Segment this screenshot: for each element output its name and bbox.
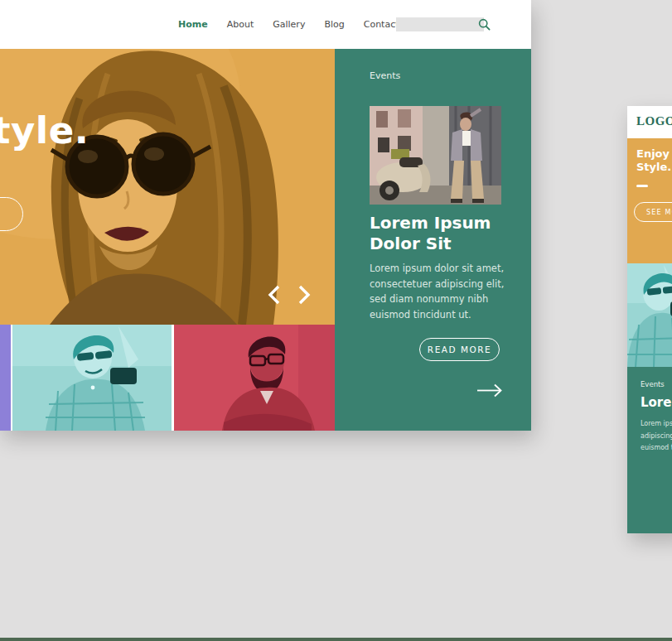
nav-item-gallery[interactable]: Gallery [273, 19, 305, 30]
mobile-events-body: Lorem ipsum dolor sit amet, adipiscing e… [641, 418, 672, 455]
hero-headline: Style. [0, 108, 89, 152]
mobile-hero-headline: Enjoy Style. [636, 147, 671, 174]
nav-item-blog[interactable]: Blog [324, 19, 344, 30]
chevron-right-icon [300, 287, 308, 303]
events-photo [370, 106, 501, 205]
tile-cyan-photo [12, 325, 172, 431]
main-nav: Home About Gallery Blog Contact [178, 0, 399, 49]
events-eyebrow: Events [370, 70, 400, 81]
street-photo-illustration [370, 106, 501, 205]
mobile-header: LOGO [627, 106, 672, 138]
cyan-woman-illustration [12, 325, 172, 431]
nav-item-about[interactable]: About [227, 19, 254, 30]
design-canvas: Home About Gallery Blog Contact [0, 0, 672, 641]
red-man-illustration [174, 325, 335, 431]
headline-underline [636, 185, 648, 187]
mobile-photo [627, 263, 672, 367]
mobile-events-eyebrow: Events [641, 380, 665, 388]
mobile-events-title: Lorem Ipsum Dolor Sit [641, 395, 672, 410]
events-title: Lorem Ipsum Dolor Sit [370, 213, 491, 254]
carousel-arrows[interactable] [265, 284, 313, 306]
mobile-mockup: LOGO Enjoy Style. SEE MORE [627, 106, 672, 533]
chevron-left-icon [270, 287, 278, 303]
bottom-partial-mockup [0, 638, 672, 641]
mobile-events-section: Events Lorem Ipsum Dolor Sit Lorem ipsum… [627, 367, 672, 533]
magnifier-icon[interactable] [478, 18, 491, 31]
nav-item-home[interactable]: Home [178, 19, 208, 30]
desktop-header: Home About Gallery Blog Contact [0, 0, 531, 49]
desktop-mockup: Home About Gallery Blog Contact [0, 0, 531, 431]
events-sidebar: Events [335, 49, 531, 431]
events-body: Lorem ipsum dolor sit amet, consectetuer… [370, 261, 504, 322]
search-input[interactable] [396, 17, 484, 31]
hero-section: Style. [0, 49, 335, 325]
logo[interactable]: LOGO [636, 114, 672, 128]
mobile-hero: Enjoy Style. SEE MORE [627, 138, 672, 263]
read-more-button[interactable]: READ MORE [419, 338, 500, 361]
arrow-right-icon[interactable] [476, 383, 503, 398]
tile-red-photo [174, 325, 335, 431]
mobile-see-more-button[interactable]: SEE MORE [634, 202, 672, 222]
nav-item-contact[interactable]: Contact [364, 19, 399, 30]
mobile-cyan-woman-illustration [627, 263, 672, 367]
tile-purple [0, 325, 11, 431]
